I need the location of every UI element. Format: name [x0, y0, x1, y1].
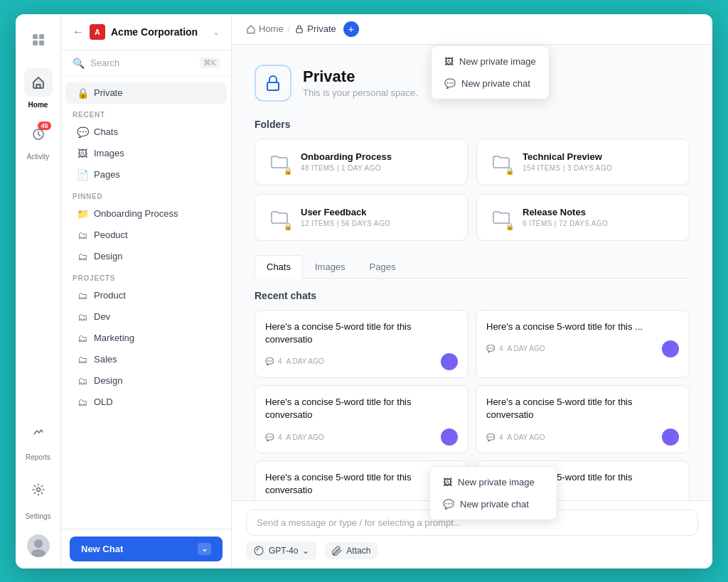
add-tab-button[interactable]: + [343, 21, 359, 37]
page-body: Private This is your personal space. Fol… [232, 45, 712, 500]
new-chat-dropdown-arrow[interactable]: ⌄ [198, 543, 211, 555]
folder-onboarding-info: Onboarding Process 48 ITEMS | 1 DAY AGO [301, 151, 392, 172]
chat-meta-1: 💬 4 A DAY AGO [265, 353, 458, 370]
breadcrumb-home[interactable]: Home [246, 23, 284, 34]
folder-card-technical[interactable]: 🔒 Technical Preview 154 ITEMS | 3 DAYS A… [476, 139, 690, 185]
sidebar-item-chats[interactable]: 💬 Chats [65, 122, 227, 143]
tab-chats[interactable]: Chats [255, 255, 303, 279]
chats-icon: 💬 [77, 126, 88, 138]
sales-label: Sales [94, 354, 117, 365]
rail-home-icon[interactable] [24, 68, 53, 97]
svg-rect-8 [296, 28, 302, 33]
chat-meta-left-3: 💬 4 A DAY AGO [265, 433, 324, 441]
workspace-name: Acme Corporation [111, 26, 207, 38]
search-icon: 🔍 [73, 58, 85, 69]
folder-card-feedback[interactable]: 🔒 User Feedback 12 ITEMS | 56 DAYS AGO [255, 194, 468, 241]
private-label: Private [94, 87, 122, 98]
pinned-section-label: PINNED [61, 185, 231, 203]
svg-rect-3 [39, 41, 44, 45]
context-new-chat-label: New private chat [460, 499, 529, 510]
folder-card-onboarding[interactable]: 🔒 Onboarding Process 48 ITEMS | 1 DAY AG… [255, 139, 468, 185]
chat-count-1: 4 [278, 357, 282, 365]
attach-button[interactable]: Attach [325, 542, 378, 559]
back-button[interactable]: ← [73, 26, 84, 38]
chat-card-2[interactable]: Here's a concise 5-word title for this .… [476, 310, 690, 378]
sidebar-item-old[interactable]: 🗂 OLD [65, 392, 227, 413]
context-new-image[interactable]: 🖼 New private image [434, 471, 552, 493]
product-icon: 🗂 [77, 290, 88, 301]
sidebar-item-sales[interactable]: 🗂 Sales [65, 349, 227, 370]
recent-chats-label: Recent chats [255, 290, 690, 301]
sidebar-item-product[interactable]: 🗂 Product [65, 285, 227, 306]
tab-images[interactable]: Images [303, 255, 358, 279]
chat-count-4: 4 [499, 433, 503, 441]
folder-technical-lock-icon: 🔒 [505, 167, 514, 175]
sidebar-item-private[interactable]: 🔒 Private [65, 82, 227, 104]
activity-badge: 45 [38, 122, 50, 130]
workspace-icon: A [90, 24, 105, 40]
new-chat-button[interactable]: New Chat ⌄ [70, 537, 223, 561]
dropdown-new-private-image[interactable]: 🖼 New private image [436, 50, 545, 72]
product-label: Product [94, 290, 126, 301]
image-icon: 🖼 [444, 56, 454, 67]
rail-reports-label: Reports [26, 453, 50, 461]
sidebar-item-onboarding[interactable]: 📁 Onboarding Process [65, 203, 227, 225]
rail-activity-icon[interactable]: 45 [24, 120, 53, 149]
sidebar-search[interactable]: 🔍 Search ⌘K [61, 50, 231, 77]
chat-meta-4: 💬 4 A DAY AGO [486, 429, 679, 446]
breadcrumb-private-label: Private [307, 23, 336, 34]
svg-rect-1 [39, 34, 44, 39]
chat-card-4[interactable]: Here's a concise 5-word title for this c… [476, 385, 690, 453]
chat-card-3[interactable]: Here's a concise 5-word title for this c… [255, 385, 469, 453]
dev-icon: 🗂 [77, 311, 88, 323]
chat-meta-left-2: 💬 4 A DAY AGO [486, 345, 545, 352]
folder-release-icon: 🔒 [488, 205, 514, 230]
context-new-chat[interactable]: 💬 New private chat [434, 493, 552, 515]
folder-onboarding-icon: 🔒 [267, 149, 292, 175]
attach-label: Attach [346, 546, 370, 556]
chat-meta-left-1: 💬 4 A DAY AGO [265, 357, 324, 365]
sidebar-header: ← A Acme Corporation ⌄ [61, 14, 231, 50]
sidebar-item-pages[interactable]: 📄 Pages [65, 164, 227, 185]
page-subtitle: This is your personal space. [303, 87, 418, 98]
sidebar-item-design-pinned[interactable]: 🗂 Design [65, 246, 227, 267]
folder-card-release[interactable]: 🔒 Release Notes 6 ITEMS | 72 DAYS AGO [476, 194, 690, 241]
folder-technical-name: Technical Preview [523, 151, 612, 162]
tab-pages[interactable]: Pages [358, 255, 408, 279]
user-avatar[interactable] [27, 534, 50, 557]
chat-time-1: A DAY AGO [287, 357, 324, 365]
sidebar-item-marketing[interactable]: 🗂 Marketing [65, 328, 227, 349]
main-header: Home / Private + 🖼 New private image 💬 N… [232, 14, 712, 45]
header-dropdown-menu: 🖼 New private image 💬 New private chat [431, 45, 550, 99]
breadcrumb-private[interactable]: Private [294, 23, 336, 34]
sidebar-item-dev[interactable]: 🗂 Dev [65, 306, 227, 328]
recent-section-label: RECENT [61, 104, 231, 122]
search-label: Search [90, 58, 194, 68]
chat-count-2: 4 [499, 345, 503, 352]
rail-settings-label: Settings [25, 512, 50, 520]
images-label: Images [94, 148, 124, 158]
comment-icon-1: 💬 [265, 357, 274, 365]
sidebar-item-images[interactable]: 🖼 Images [65, 143, 227, 164]
projects-section-label: PROJECTS [61, 267, 231, 285]
svg-point-7 [31, 549, 46, 557]
sidebar-content: 🔒 Private RECENT 💬 Chats 🖼 Images 📄 Page… [61, 77, 231, 529]
folder-technical-meta: 154 ITEMS | 3 DAYS AGO [523, 164, 612, 172]
sidebar-item-design-project[interactable]: 🗂 Design [65, 370, 227, 392]
chevron-down-icon[interactable]: ⌄ [213, 27, 220, 37]
sidebar-item-peoduct[interactable]: 🗂 Peoduct [65, 225, 227, 246]
rail-icon-grid[interactable] [24, 26, 53, 54]
chats-label: Chats [94, 126, 118, 137]
onboarding-label: Onboarding Process [94, 208, 178, 219]
icon-rail: Home 45 Activity Reports [16, 14, 61, 568]
chat-time-4: A DAY AGO [508, 433, 545, 441]
model-selector[interactable]: GPT-4o ⌄ [246, 541, 316, 560]
rail-reports-icon[interactable] [24, 416, 53, 445]
folder-feedback-meta: 12 ITEMS | 56 DAYS AGO [301, 220, 390, 227]
design-pinned-label: Design [94, 251, 122, 262]
chat-card-1[interactable]: Here's a concise 5-word title for this c… [255, 310, 469, 378]
dropdown-new-private-chat[interactable]: 💬 New private chat [436, 72, 545, 95]
svg-point-5 [36, 487, 40, 491]
page-title: Private [303, 68, 418, 86]
rail-settings-icon[interactable] [24, 475, 53, 504]
